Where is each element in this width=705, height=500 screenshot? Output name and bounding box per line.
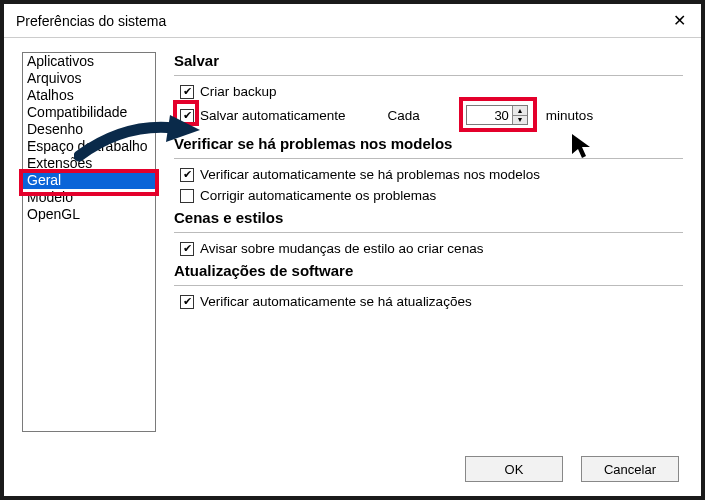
close-button[interactable]: ✕ [657, 4, 701, 38]
category-list[interactable]: Aplicativos Arquivos Atalhos Compatibili… [22, 52, 156, 432]
autosave-interval-wrap: ▲▼ [466, 105, 528, 125]
row-verify-auto: Verificar automaticamente se há problema… [180, 167, 683, 182]
cancel-button[interactable]: Cancelar [581, 456, 679, 482]
row-scenes-warn: Avisar sobre mudanças de estilo ao criar… [180, 241, 683, 256]
label-autosave: Salvar automaticamente [200, 108, 346, 123]
label-verify-auto: Verificar automaticamente se há problema… [200, 167, 540, 182]
sidebar-item-modelo[interactable]: Modelo [23, 189, 155, 206]
row-verify-fix: Corrigir automaticamente os problemas [180, 188, 683, 203]
sidebar-wrap: Aplicativos Arquivos Atalhos Compatibili… [22, 52, 156, 442]
sidebar-item-extensoes[interactable]: Extensões [23, 155, 155, 172]
sidebar-item-opengl[interactable]: OpenGL [23, 206, 155, 223]
sidebar-item-desenho[interactable]: Desenho [23, 121, 155, 138]
checkbox-updates-auto[interactable] [180, 295, 194, 309]
label-verify-fix: Corrigir automaticamente os problemas [200, 188, 436, 203]
dialog-window: Preferências do sistema ✕ Aplicativos Ar… [0, 0, 705, 500]
ok-button[interactable]: OK [465, 456, 563, 482]
dialog-buttons: OK Cancelar [4, 446, 701, 496]
sidebar-item-geral[interactable]: Geral [23, 172, 155, 189]
sidebar-item-aplicativos[interactable]: Aplicativos [23, 53, 155, 70]
section-updates-title: Atualizações de software [174, 262, 683, 286]
close-icon: ✕ [673, 11, 686, 30]
row-backup: Criar backup [180, 84, 683, 99]
sidebar-item-arquivos[interactable]: Arquivos [23, 70, 155, 87]
section-scenes-title: Cenas e estilos [174, 209, 683, 233]
sidebar-item-atalhos[interactable]: Atalhos [23, 87, 155, 104]
label-minutes: minutos [546, 108, 593, 123]
label-updates-auto: Verificar automaticamente se há atualiza… [200, 294, 472, 309]
window-title: Preferências do sistema [16, 13, 166, 29]
checkbox-autosave[interactable] [180, 109, 194, 123]
section-verify-title: Verificar se há problemas nos modelos [174, 135, 683, 159]
row-autosave: Salvar automaticamente Cada ▲▼ minutos [180, 105, 683, 125]
autosave-spinner[interactable]: ▲▼ [512, 106, 527, 124]
content-panel: Salvar Criar backup Salvar automaticamen… [174, 52, 683, 442]
label-each: Cada [388, 108, 420, 123]
spin-up-icon[interactable]: ▲ [512, 106, 527, 116]
checkbox-verify-auto[interactable] [180, 168, 194, 182]
sidebar-item-espaco[interactable]: Espaço de trabalho [23, 138, 155, 155]
titlebar: Preferências do sistema ✕ [4, 4, 701, 38]
row-updates-auto: Verificar automaticamente se há atualiza… [180, 294, 683, 309]
spin-down-icon[interactable]: ▼ [512, 116, 527, 125]
sidebar-item-compatibilidade[interactable]: Compatibilidade [23, 104, 155, 121]
section-salvar-title: Salvar [174, 52, 683, 76]
checkbox-scenes-warn[interactable] [180, 242, 194, 256]
checkbox-backup[interactable] [180, 85, 194, 99]
label-backup: Criar backup [200, 84, 277, 99]
label-scenes-warn: Avisar sobre mudanças de estilo ao criar… [200, 241, 483, 256]
checkbox-verify-fix[interactable] [180, 189, 194, 203]
dialog-body: Aplicativos Arquivos Atalhos Compatibili… [4, 38, 701, 446]
